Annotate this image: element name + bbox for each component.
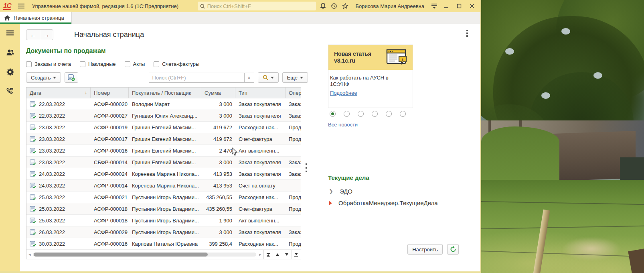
table-row[interactable]: 23.03.2022СБФР-000014Гришин Евгений Макс… [26,157,301,168]
column-header-sum[interactable]: Сумма [201,88,235,98]
todo-section-title: Текущие дела [328,174,369,181]
table-row[interactable]: 25.03.2022АСФР-000021Пустынин Игорь Влад… [26,192,301,203]
todo-item[interactable]: ОбработкаМенеджер.ТекущиеДела [329,200,438,206]
news-carousel-dot[interactable] [358,111,364,117]
filter-checkbox[interactable]: Накладные [80,61,116,67]
page-more-actions-icon[interactable] [464,30,470,38]
more-button[interactable]: Еще [282,72,308,83]
back-button[interactable]: ← [26,30,40,40]
cell-sum: 3 000 [201,110,235,121]
filter-checkbox[interactable]: Заказы и счета [26,61,71,67]
clear-search-icon[interactable]: x [244,73,254,83]
table-row[interactable]: 22.03.2022АСФР-000027Гугнавая Юлия Алекс… [26,110,301,122]
todo-item[interactable]: ❯ЭДО [329,188,352,195]
checkbox-icon[interactable] [125,61,130,67]
settings-gear-icon[interactable] [6,67,14,76]
previous-row-button[interactable] [273,250,282,259]
table-row[interactable]: 24.03.2022АСФР-000024Коренева Марина Ник… [26,168,301,180]
documents-toolbar: Создать x [26,72,308,83]
main-menu-icon[interactable] [17,2,26,10]
panel-splitter-handle[interactable] [306,163,307,172]
sort-descending-icon: ↓ [85,90,87,96]
news-carousel-dot[interactable] [330,111,336,117]
table-row[interactable]: 22.03.2022АСФР-000020Володин Марат3 000З… [26,98,301,110]
expand-triangle-icon[interactable] [329,201,332,206]
table-search-input[interactable] [149,73,244,83]
close-button[interactable] [467,2,477,10]
maximize-button[interactable] [454,2,464,10]
column-header-party[interactable]: Покупатель / Поставщик [129,88,201,98]
current-user-name[interactable]: Борисова Мария Андреевна [355,3,424,9]
scroll-left-icon[interactable]: ◄ [26,253,33,257]
cell-sum: 435 260,55 [201,192,235,203]
notifications-bell-icon[interactable] [318,2,327,10]
table-row[interactable]: 26.03.2022АСФР-000029Пустынин Игорь Влад… [26,226,301,238]
support-phone-icon[interactable] [6,87,14,96]
news-carousel-dot[interactable] [344,111,350,117]
cell-operation [286,215,301,226]
filter-checkbox[interactable]: Акты [125,61,145,67]
cell-operation: Заказ [286,110,301,121]
cell-number: АСФР-000016 [91,145,129,156]
scroll-right-icon[interactable]: ► [257,253,263,257]
news-more-link[interactable]: Подробнее [330,90,357,96]
table-row[interactable]: 23.03.2022АСФР-000017Гришин Евгений Макс… [26,133,301,145]
minimize-button[interactable] [441,2,452,10]
crm-contacts-icon[interactable] [6,48,14,57]
news-carousel-dot[interactable] [386,111,392,117]
sections-menu-icon[interactable] [6,29,14,38]
table-row[interactable]: 30.03.2022АСФР-000016Карпова Наталья Юрь… [26,238,301,250]
cell-type: Счет на оплату [235,180,286,191]
history-icon[interactable] [330,2,338,10]
document-posted-icon [30,148,36,154]
favorites-star-icon[interactable] [341,2,350,10]
column-header-operation[interactable]: Опер [286,88,301,98]
all-news-link[interactable]: Все новости [328,122,358,128]
global-search-input[interactable] [207,3,314,9]
scrollbar-thumb[interactable] [34,253,208,257]
cell-type: Расходная нак... [235,192,286,203]
global-search-field[interactable] [198,2,316,10]
table-header: Дата↓ Номер Покупатель / Поставщик Сумма… [26,88,301,98]
sections-sidebar [0,24,20,271]
create-button[interactable]: Создать [26,72,61,83]
news-article-title[interactable]: Как работать на АУСН в 1С:УНФ [328,70,413,88]
checkbox-icon[interactable] [154,61,159,67]
news-banner[interactable]: Новая статьяv8.1c.ru i [328,45,413,70]
table-row[interactable]: 25.03.2022АСФР-000018Пустынин Игорь Влад… [26,215,301,226]
column-header-date[interactable]: Дата↓ [26,88,91,98]
panel-menu-icon[interactable] [430,2,439,10]
go-last-row-button[interactable] [292,250,301,259]
table-row[interactable]: 25.03.2022АСФР-000018Пустынин Игорь Влад… [26,203,301,215]
news-carousel-dot[interactable] [400,111,406,117]
configure-button[interactable]: Настроить [407,244,443,255]
filter-checkbox[interactable]: Счета-фактуры [154,61,199,67]
chevron-right-icon[interactable]: ❯ [329,188,333,194]
table-row[interactable]: 23.03.2022АСФР-000016Гришин Евгений Макс… [26,145,301,157]
forward-button[interactable]: → [40,30,53,40]
scrollbar-track[interactable] [33,253,256,257]
tab-home-page[interactable]: Начальная страница [0,12,72,24]
cell-party: Гришин Евгений Максим... [129,133,201,145]
cell-type: Счет-фактура [235,133,286,145]
checkbox-icon[interactable] [80,61,85,67]
cell-sum: 3 000 [201,98,235,110]
column-header-number[interactable]: Номер [91,88,129,98]
horizontal-scrollbar[interactable]: ◄ ► [26,250,301,259]
column-header-type[interactable]: Тип [235,88,286,98]
checkbox-icon[interactable] [26,61,32,67]
cell-sum: 413 953 [201,180,235,191]
next-row-button[interactable] [282,250,292,259]
table-row[interactable]: 23.03.2022АСФР-000019Гришин Евгений Макс… [26,122,301,133]
refresh-button[interactable] [447,244,459,255]
todo-item-label: ОбработкаМенеджер.ТекущиеДела [338,200,438,206]
search-options-button[interactable] [258,72,279,83]
cell-party: Пустынин Игорь Владими... [129,203,201,214]
go-first-row-button[interactable] [264,250,273,259]
create-from-template-button[interactable] [65,72,78,83]
news-carousel-dot[interactable] [372,111,378,117]
cell-type: Заказ покупателя [235,110,286,121]
cell-type: Акт выполненн... [235,215,286,226]
mouse-cursor [232,147,238,156]
table-row[interactable]: 24.03.2022АСФР-000014Коренева Марина Ник… [26,180,301,192]
